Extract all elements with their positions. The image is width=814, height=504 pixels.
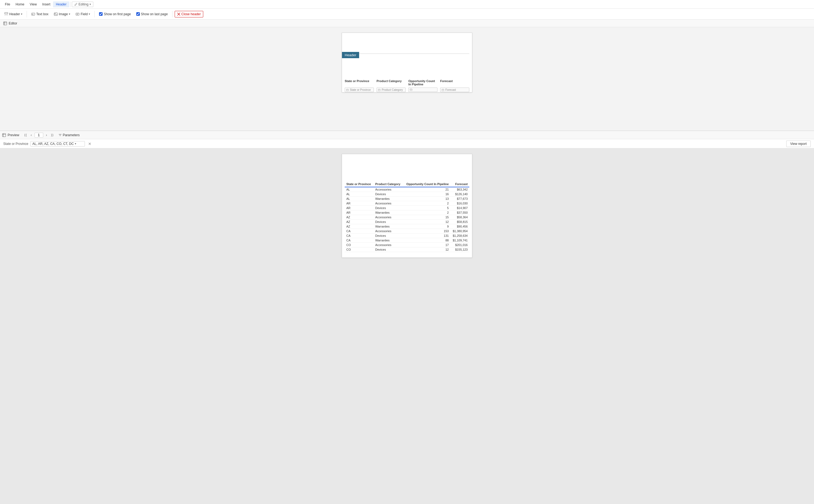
close-header-label: Close header <box>181 12 201 16</box>
col-forecast-label: Forecast <box>440 79 469 83</box>
table-row: AL Warranties 13 $77,673 <box>345 197 469 201</box>
show-first-checkbox[interactable] <box>99 12 102 16</box>
menu-file[interactable]: File <box>2 1 13 7</box>
show-last-check[interactable]: Show on last page <box>134 11 170 17</box>
data-cell-state: State or Province <box>345 88 374 92</box>
image-label: Image <box>59 12 68 16</box>
td-forecast: $201,016 <box>450 243 469 247</box>
col-product-label: Product Category <box>377 79 406 83</box>
state-select-chevron: ▾ <box>75 142 76 145</box>
table-row: AL Accessories 21 $63,342 <box>345 187 469 192</box>
first-page-button[interactable]: ⟨⟨ <box>23 133 28 138</box>
textbox-label: Text box <box>36 12 48 16</box>
th-forecast: Forecast <box>450 181 469 187</box>
td-forecast: $77,673 <box>450 197 469 201</box>
td-state: AR <box>345 201 374 206</box>
canvas-top-space <box>342 33 472 52</box>
table-row: AR Warranties 2 $37,550 <box>345 210 469 215</box>
field-placeholder-icon-forecast <box>442 89 444 91</box>
td-state: AL <box>345 187 374 192</box>
td-product: Devices <box>374 220 403 224</box>
header-button[interactable]: Header ▾ <box>2 11 24 17</box>
td-state: CA <box>345 229 374 234</box>
col-state-label: State or Province <box>345 79 374 83</box>
image-button[interactable]: Image ▾ <box>52 11 72 17</box>
parameters-button[interactable]: Parameters <box>56 132 82 138</box>
td-forecast: $63,342 <box>450 187 469 192</box>
preview-icon <box>2 133 6 137</box>
preview-content: State or Province Product Category Oppor… <box>0 148 814 504</box>
view-report-button[interactable]: View report <box>786 141 811 147</box>
table-row: AL Devices 16 $126,140 <box>345 192 469 197</box>
toolbar: Header ▾ A Text box Image ▾ Field ▾ <box>0 9 814 20</box>
editing-chevron: ▾ <box>89 3 91 6</box>
td-forecast: $1,258,634 <box>450 234 469 238</box>
td-state: CA <box>345 234 374 238</box>
report-header-row: State or Province Product Category Oppor… <box>342 79 472 86</box>
editing-badge[interactable]: Editing ▾ <box>72 2 94 7</box>
show-last-checkbox[interactable] <box>136 12 140 16</box>
textbox-button[interactable]: A Text box <box>29 11 51 17</box>
svg-rect-14 <box>346 89 349 91</box>
preview-page: State or Province Product Category Oppor… <box>342 154 472 258</box>
state-param-clear[interactable]: ✕ <box>88 142 91 146</box>
menu-divider <box>70 2 71 7</box>
th-product: Product Category <box>374 181 403 187</box>
td-opportunity: 2 <box>403 201 450 206</box>
table-row: CA Accessories 153 $1,380,954 <box>345 229 469 234</box>
next-page-button[interactable]: › <box>45 133 48 138</box>
th-opportunity: Opportunity Count In Pipeline <box>403 181 450 187</box>
report-data-row: State or Province Product Category Forec… <box>342 88 472 92</box>
td-product: Warranties <box>374 210 403 215</box>
td-state: AL <box>345 197 374 201</box>
field-button[interactable]: Field ▾ <box>73 11 92 17</box>
state-param-select[interactable]: AL, AR, AZ, CA, CO, CT, DC ▾ <box>30 141 85 147</box>
table-row: AR Devices 5 $14,907 <box>345 206 469 210</box>
toolbar-sep-1 <box>27 11 27 17</box>
show-first-check[interactable]: Show on first page <box>97 11 133 17</box>
prev-page-button[interactable]: ‹ <box>30 133 33 138</box>
td-forecast: $16,030 <box>450 201 469 206</box>
show-last-label: Show on last page <box>141 12 168 16</box>
header-icon <box>4 12 8 16</box>
table-row: CO Accessories 17 $201,016 <box>345 243 469 247</box>
image-icon <box>54 12 58 16</box>
menu-view[interactable]: View <box>27 1 39 7</box>
svg-text:A: A <box>32 13 33 15</box>
table-row: CA Devices 131 $1,258,634 <box>345 234 469 238</box>
menu-home[interactable]: Home <box>13 1 27 7</box>
svg-rect-0 <box>5 13 8 14</box>
td-product: Warranties <box>374 197 403 201</box>
td-product: Devices <box>374 192 403 197</box>
last-page-button[interactable]: ⟩⟩ <box>50 133 55 138</box>
page-number-input[interactable] <box>35 133 43 138</box>
menu-bar: File Home View Insert Header Editing ▾ <box>0 0 814 9</box>
editing-label: Editing <box>79 2 89 6</box>
td-opportunity: 131 <box>403 234 450 238</box>
menu-header[interactable]: Header <box>53 1 69 7</box>
td-opportunity: 12 <box>403 247 450 252</box>
data-cell-forecast: Forecast <box>440 88 469 92</box>
close-icon <box>177 13 180 16</box>
td-product: Accessories <box>374 201 403 206</box>
page-canvas: Header State or Province Product Categor… <box>342 33 472 92</box>
toolbar-sep-2 <box>94 11 95 17</box>
td-state: AL <box>345 192 374 197</box>
td-state: AR <box>345 206 374 210</box>
preview-top-space <box>345 165 469 181</box>
td-product: Accessories <box>374 187 403 192</box>
menu-insert[interactable]: Insert <box>39 1 53 7</box>
product-placeholder: Product Category <box>377 88 406 92</box>
data-cell-opportunity <box>408 88 437 92</box>
field-placeholder-icon-opportunity <box>410 88 412 91</box>
show-first-label: Show on first page <box>104 12 130 16</box>
state-param-value: AL, AR, AZ, CA, CO, CT, DC <box>32 142 74 146</box>
data-cell-product: Product Category <box>377 88 406 92</box>
table-header-row: State or Province Product Category Oppor… <box>345 181 469 187</box>
field-chevron: ▾ <box>89 13 90 15</box>
td-opportunity: 17 <box>403 243 450 247</box>
image-chevron: ▾ <box>69 13 70 15</box>
close-header-button[interactable]: Close header <box>175 11 203 17</box>
td-opportunity: 88 <box>403 238 450 243</box>
col-state: State or Province <box>345 79 374 86</box>
